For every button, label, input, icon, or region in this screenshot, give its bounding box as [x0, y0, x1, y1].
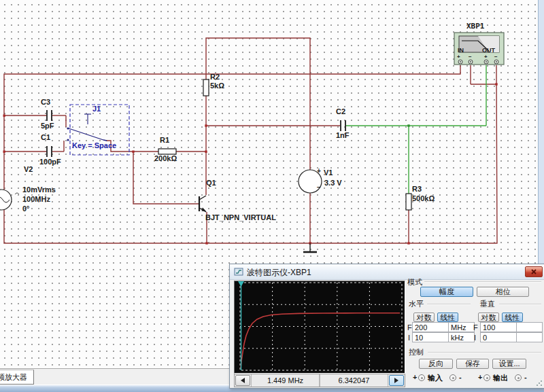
horizontal-i-unit-field[interactable]: kHz [448, 332, 475, 342]
label-v2: V2 [24, 165, 33, 173]
sheet-tab[interactable]: 频放大器 [0, 370, 34, 385]
cursor-readout-bar: 1.449 MHz 6.342047 [234, 374, 405, 387]
transistor-q1[interactable] [199, 196, 207, 212]
resize-grip[interactable] [536, 380, 543, 387]
label-v2-phase: 0° [22, 204, 30, 213]
label-v2-amplitude: 10mVrms [22, 185, 56, 194]
out-plus-terminal[interactable] [483, 374, 490, 381]
label-xbp1-out-plus: + [484, 54, 488, 60]
sheet-tab-strip: 频放大器 [0, 368, 229, 385]
label-j1-key: Key = Space [72, 141, 116, 149]
cursor-right-button[interactable] [389, 375, 404, 386]
resistor-r3[interactable] [406, 194, 411, 210]
label-r1: R1 [160, 136, 169, 144]
multisim-screen: C35pFC1100pFV210mVrms100MHz0°J1Key = Spa… [0, 0, 544, 392]
label-r2: R2 [210, 73, 220, 81]
in-plus-terminal[interactable] [418, 374, 425, 381]
save-button[interactable]: 保存 [456, 359, 489, 369]
control-group-label: 控制 [409, 347, 424, 357]
label-q1-model: BJT_NPN_VIRTUAL [205, 213, 276, 221]
cursor-handle-icon[interactable] [238, 281, 244, 287]
vertical-i-unit-field[interactable] [516, 332, 543, 342]
plot-grid [240, 283, 402, 370]
label-c1-value: 100pF [39, 158, 61, 166]
horizontal-f-label: F [407, 323, 412, 332]
settings-panel: 模式 幅度 相位 水平 垂直 对数 线性 对数 线性 F 200 MHz I 1… [405, 279, 544, 388]
phase-button[interactable]: 相位 [477, 287, 529, 297]
resistor-r1[interactable] [158, 149, 176, 154]
green-junction-dot [407, 124, 409, 126]
horizontal-i-label: I [408, 334, 410, 342]
resistor-r2[interactable] [203, 79, 209, 96]
out-minus-sign: - [524, 373, 527, 381]
label-q1: Q1 [206, 179, 216, 187]
label-c1: C1 [41, 133, 50, 141]
label-xbp1-out: OUT [482, 47, 495, 54]
source-v2[interactable] [0, 190, 19, 210]
vertical-f-value-field[interactable]: 100 [480, 322, 520, 332]
label-v1: V1 [324, 168, 333, 177]
label-c3: C3 [41, 98, 50, 106]
window-title: 波特图示仪-XBP1 [247, 267, 311, 279]
in-label: 输入 [428, 373, 443, 383]
label-c2-value: 1nF [336, 131, 350, 139]
vertical-i-label: I [474, 334, 476, 342]
horizontal-group-label: 水平 [409, 299, 424, 309]
mode-group-line [424, 281, 541, 283]
magnitude-button[interactable]: 幅度 [420, 287, 473, 297]
settings-button[interactable]: 设置... [492, 359, 526, 369]
in-plus-sign: + [413, 373, 417, 381]
out-label: 输出 [493, 373, 508, 383]
reverse-button[interactable]: 反向 [419, 359, 453, 369]
vertical-f-unit-field[interactable] [516, 322, 543, 332]
sheet-tab-label: 频放大器 [0, 372, 27, 382]
horizontal-f-value-field[interactable]: 200 [412, 322, 452, 332]
close-button[interactable] [525, 266, 543, 277]
capacitor-c1[interactable] [47, 146, 52, 157]
cursor-value-readout: 6.342047 [320, 374, 388, 387]
label-xbp1-in-plus: + [457, 54, 460, 60]
bode-plot-area[interactable] [234, 281, 405, 374]
mode-group-label: 模式 [407, 277, 422, 287]
horizontal-linear-button[interactable]: 线性 [437, 313, 458, 322]
window-icon [234, 267, 243, 277]
label-r3: R3 [412, 185, 422, 193]
magnitude-curve [241, 313, 400, 368]
label-c3-value: 5pF [41, 122, 54, 130]
horizontal-log-button[interactable]: 对数 [413, 313, 435, 322]
ground-symbol[interactable] [303, 243, 317, 252]
horizontal-group-line [427, 304, 471, 305]
label-r3-value: 500kΩ [412, 194, 435, 202]
capacitor-c2[interactable] [341, 120, 345, 131]
horizontal-f-unit-field[interactable]: MHz [448, 322, 475, 332]
out-minus-terminal[interactable] [515, 374, 522, 381]
label-v2-frequency: 100MHz [22, 195, 50, 203]
vertical-i-value-field[interactable]: 0 [480, 332, 520, 342]
label-j1: J1 [92, 105, 101, 113]
vertical-linear-button[interactable]: 线性 [502, 313, 523, 322]
label-c2: C2 [336, 107, 345, 115]
capacitor-c3[interactable] [47, 110, 52, 121]
window-titlebar[interactable]: 波特图示仪-XBP1 [230, 264, 544, 280]
vertical-log-button[interactable]: 对数 [478, 313, 499, 322]
in-minus-sign: - [459, 373, 462, 381]
label-xbp1: XBP1 [466, 22, 485, 31]
cursor-frequency-readout: 1.449 MHz [251, 374, 320, 387]
label-xbp1-out-minus: − [494, 54, 498, 60]
label-v1-minus: − [317, 183, 321, 191]
label-xbp1-in-minus: − [469, 54, 472, 60]
label-v1-value: 3.3 V [324, 179, 342, 187]
label-xbp1-in: IN [458, 47, 464, 54]
in-minus-terminal[interactable] [449, 374, 456, 381]
vertical-group-line [499, 304, 541, 305]
vertical-f-label: F [473, 323, 478, 332]
cursor-left-button[interactable] [235, 375, 250, 386]
label-r1-value: 200kΩ [154, 154, 177, 162]
bode-plotter-window: 波特图示仪-XBP1 [229, 264, 544, 389]
horizontal-i-value-field[interactable]: 10 [412, 332, 452, 342]
red-wires [4, 38, 497, 243]
out-plus-sign: + [478, 373, 482, 381]
label-v1-plus: + [317, 167, 321, 175]
close-icon [531, 269, 537, 274]
left-arrow-icon [241, 378, 245, 383]
